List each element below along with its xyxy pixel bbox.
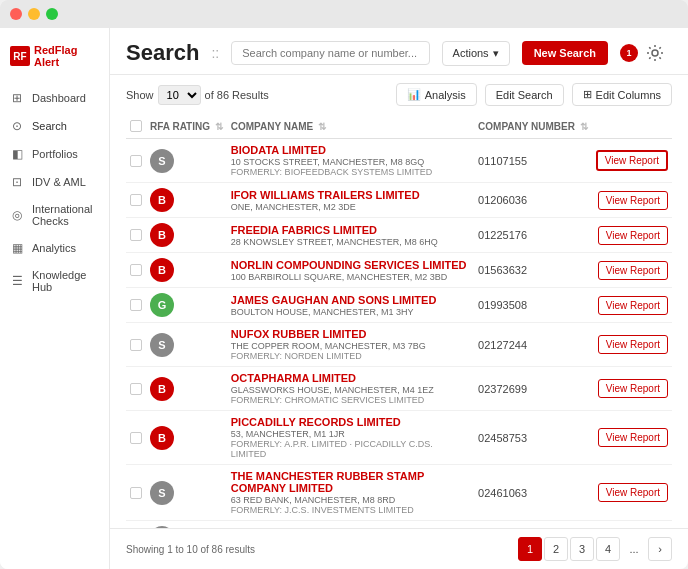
sidebar-item-knowledge[interactable]: ☰ Knowledge Hub [0, 262, 109, 300]
row-checkbox-6[interactable] [130, 383, 142, 395]
company-number-0: 01107155 [474, 139, 592, 183]
settings-icon[interactable] [646, 44, 664, 62]
rfa-badge-7: B [150, 426, 174, 450]
company-address-8: 63 RED BANK, MANCHESTER, M8 8RD [231, 495, 470, 505]
page-button-3[interactable]: 3 [570, 537, 594, 561]
view-report-button-6[interactable]: View Report [598, 379, 668, 398]
company-name-7[interactable]: PICCADILLY RECORDS LIMITED [231, 416, 470, 428]
company-address-0: 10 STOCKS STREET, MANCHESTER, M8 8GQ [231, 157, 470, 167]
table-row: S NUFOX RUBBER LIMITED THE COPPER ROOM, … [126, 323, 672, 367]
view-report-button-4[interactable]: View Report [598, 296, 668, 315]
company-name-1[interactable]: IFOR WILLIAMS TRAILERS LIMITED [231, 189, 470, 201]
page-button-4[interactable]: 4 [596, 537, 620, 561]
row-checkbox-7[interactable] [130, 432, 142, 444]
company-formerly-0: FORMERLY: BIOFEEDBACK SYSTEMS LIMITED [231, 167, 470, 177]
international-icon: ◎ [10, 208, 24, 222]
page-button-1[interactable]: 1 [518, 537, 542, 561]
sidebar-label-dashboard: Dashboard [32, 92, 86, 104]
rfa-badge-8: S [150, 481, 174, 505]
table-row: G JAMES GAUGHAN AND SONS LIMITED BOULTON… [126, 288, 672, 323]
rfa-badge-3: B [150, 258, 174, 282]
select-all-checkbox[interactable] [130, 120, 142, 132]
page-button-...[interactable]: ... [622, 537, 646, 561]
row-checkbox-0[interactable] [130, 155, 142, 167]
company-number-1: 01206036 [474, 183, 592, 218]
company-name-2[interactable]: FREEDIA FABRICS LIMITED [231, 224, 470, 236]
row-checkbox-4[interactable] [130, 299, 142, 311]
show-select[interactable]: 10 25 50 [158, 85, 201, 105]
notification-badge[interactable]: 1 [620, 44, 638, 62]
company-name-3[interactable]: NORLIN COMPOUNDING SERVICES LIMITED [231, 259, 470, 271]
row-checkbox-3[interactable] [130, 264, 142, 276]
sidebar-item-analytics[interactable]: ▦ Analytics [0, 234, 109, 262]
minimize-button[interactable] [28, 8, 40, 20]
svg-point-2 [652, 50, 658, 56]
company-name-6[interactable]: OCTAPHARMA LIMITED [231, 372, 470, 384]
toolbar-right: 📊 Analysis Edit Search ⊞ Edit Columns [396, 83, 672, 106]
view-report-button-1[interactable]: View Report [598, 191, 668, 210]
main-header: Search :: Actions ▾ New Search 1 [110, 28, 688, 75]
sidebar-item-search[interactable]: ⊙ Search [0, 112, 109, 140]
rfa-badge-2: B [150, 223, 174, 247]
analytics-icon: ▦ [10, 241, 24, 255]
company-address-3: 100 BARBIROLLI SQUARE, MANCHESTER, M2 3B… [231, 272, 470, 282]
company-name-5[interactable]: NUFOX RUBBER LIMITED [231, 328, 470, 340]
table-row: S BIODATA LIMITED 10 STOCKS STREET, MANC… [126, 139, 672, 183]
logo-icon: RF [10, 46, 30, 66]
rfa-badge-4: G [150, 293, 174, 317]
rfa-rating-header: RFA RATING ⇅ [146, 114, 227, 139]
view-report-button-3[interactable]: View Report [598, 261, 668, 280]
company-name-8[interactable]: THE MANCHESTER RUBBER STAMP COMPANY LIMI… [231, 470, 470, 494]
sidebar-nav: ⊞ Dashboard ⊙ Search ◧ Portfolios ⊡ IDV … [0, 84, 109, 300]
app-body: RF RedFlagAlert ⊞ Dashboard ⊙ Search ◧ P… [0, 28, 688, 569]
sidebar-item-international[interactable]: ◎ International Checks [0, 196, 109, 234]
sidebar-item-dashboard[interactable]: ⊞ Dashboard [0, 84, 109, 112]
page-button-2[interactable]: 2 [544, 537, 568, 561]
next-page-button[interactable]: › [648, 537, 672, 561]
table-row: B OCTAPHARMA LIMITED GLASSWORKS HOUSE, M… [126, 367, 672, 411]
search-input[interactable] [231, 41, 429, 65]
view-report-button-2[interactable]: View Report [598, 226, 668, 245]
row-checkbox-8[interactable] [130, 487, 142, 499]
edit-columns-button[interactable]: ⊞ Edit Columns [572, 83, 672, 106]
new-search-button[interactable]: New Search [522, 41, 608, 65]
view-report-button-5[interactable]: View Report [598, 335, 668, 354]
company-number-3: 01563632 [474, 253, 592, 288]
company-address-4: BOULTON HOUSE, MANCHESTER, M1 3HY [231, 307, 470, 317]
company-number-5: 02127244 [474, 323, 592, 367]
edit-search-button[interactable]: Edit Search [485, 84, 564, 106]
sidebar-item-idv-aml[interactable]: ⊡ IDV & AML [0, 168, 109, 196]
page-buttons: 1234...› [518, 537, 672, 561]
view-report-button-7[interactable]: View Report [598, 428, 668, 447]
rfa-badge-1: B [150, 188, 174, 212]
sidebar-label-search: Search [32, 120, 67, 132]
sidebar-item-portfolios[interactable]: ◧ Portfolios [0, 140, 109, 168]
showing-text: Showing 1 to 10 of 86 results [126, 544, 255, 555]
company-number-8: 02461063 [474, 465, 592, 521]
close-button[interactable] [10, 8, 22, 20]
company-address-5: THE COPPER ROOM, MANCHESTER, M3 7BG [231, 341, 470, 351]
company-address-1: ONE, MANCHESTER, M2 3DE [231, 202, 470, 212]
view-report-button-8[interactable]: View Report [598, 483, 668, 502]
columns-icon: ⊞ [583, 88, 592, 101]
sidebar: RF RedFlagAlert ⊞ Dashboard ⊙ Search ◧ P… [0, 28, 110, 569]
company-name-4[interactable]: JAMES GAUGHAN AND SONS LIMITED [231, 294, 470, 306]
notification-area: 1 [620, 44, 672, 62]
maximize-button[interactable] [46, 8, 58, 20]
row-checkbox-2[interactable] [130, 229, 142, 241]
company-name-0[interactable]: BIODATA LIMITED [231, 144, 470, 156]
company-name-header: COMPANY NAME ⇅ [227, 114, 474, 139]
company-formerly-7: FORMERLY: A.P.R. LIMITED · PICCADILLY C.… [231, 439, 470, 459]
rfa-badge-0: S [150, 149, 174, 173]
analysis-button[interactable]: 📊 Analysis [396, 83, 477, 106]
table-body: S BIODATA LIMITED 10 STOCKS STREET, MANC… [126, 139, 672, 529]
company-formerly-6: FORMERLY: CHROMATIC SERVICES LIMITED [231, 395, 470, 405]
view-report-button-0[interactable]: View Report [596, 150, 668, 171]
logo-text: RedFlagAlert [34, 44, 77, 68]
actions-button[interactable]: Actions ▾ [442, 41, 510, 66]
sidebar-label-idv-aml: IDV & AML [32, 176, 86, 188]
table-row: B PICCADILLY RECORDS LIMITED 53, MANCHES… [126, 411, 672, 465]
portfolios-icon: ◧ [10, 147, 24, 161]
row-checkbox-5[interactable] [130, 339, 142, 351]
row-checkbox-1[interactable] [130, 194, 142, 206]
